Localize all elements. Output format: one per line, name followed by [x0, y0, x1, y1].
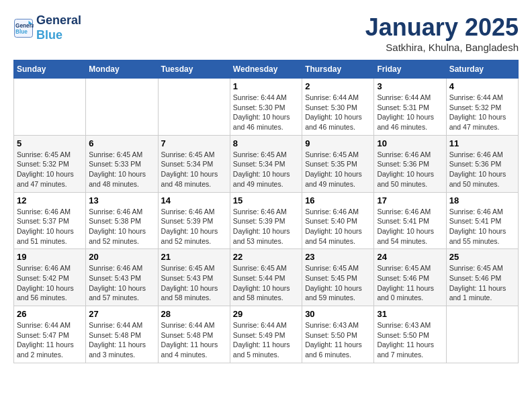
day-number: 22 — [233, 252, 299, 262]
calendar-cell: 28Sunrise: 6:44 AM Sunset: 5:48 PM Dayli… — [158, 306, 230, 363]
calendar-cell: 15Sunrise: 6:46 AM Sunset: 5:39 PM Dayli… — [230, 192, 302, 249]
week-row-2: 5Sunrise: 6:45 AM Sunset: 5:32 PM Daylig… — [14, 135, 519, 192]
day-info: Sunrise: 6:45 AM Sunset: 5:35 PM Dayligh… — [305, 150, 371, 189]
calendar-cell: 8Sunrise: 6:45 AM Sunset: 5:34 PM Daylig… — [230, 135, 302, 192]
day-number: 7 — [161, 138, 227, 148]
day-info: Sunrise: 6:44 AM Sunset: 5:32 PM Dayligh… — [449, 93, 515, 132]
calendar-cell: 19Sunrise: 6:46 AM Sunset: 5:42 PM Dayli… — [14, 249, 86, 306]
calendar-cell: 3Sunrise: 6:44 AM Sunset: 5:31 PM Daylig… — [374, 79, 446, 136]
day-info: Sunrise: 6:43 AM Sunset: 5:50 PM Dayligh… — [305, 320, 371, 360]
calendar-cell — [158, 79, 230, 136]
day-info: Sunrise: 6:45 AM Sunset: 5:45 PM Dayligh… — [305, 263, 371, 303]
calendar-cell: 17Sunrise: 6:46 AM Sunset: 5:41 PM Dayli… — [374, 192, 446, 249]
day-number: 5 — [17, 138, 83, 148]
day-number: 14 — [161, 195, 227, 205]
day-info: Sunrise: 6:44 AM Sunset: 5:30 PM Dayligh… — [233, 93, 299, 132]
calendar-cell: 12Sunrise: 6:46 AM Sunset: 5:37 PM Dayli… — [14, 192, 86, 249]
day-header-thursday: Thursday — [302, 60, 374, 79]
day-number: 4 — [449, 81, 515, 91]
day-info: Sunrise: 6:46 AM Sunset: 5:42 PM Dayligh… — [17, 263, 83, 303]
calendar-cell: 23Sunrise: 6:45 AM Sunset: 5:45 PM Dayli… — [302, 249, 374, 306]
day-number: 23 — [305, 252, 371, 262]
day-number: 16 — [305, 195, 371, 205]
svg-text:Blue: Blue — [15, 28, 28, 34]
day-info: Sunrise: 6:46 AM Sunset: 5:36 PM Dayligh… — [377, 150, 443, 189]
day-info: Sunrise: 6:44 AM Sunset: 5:31 PM Dayligh… — [377, 93, 443, 132]
location-subtitle: Satkhira, Khulna, Bangladesh — [365, 42, 519, 53]
calendar-cell: 4Sunrise: 6:44 AM Sunset: 5:32 PM Daylig… — [446, 79, 518, 136]
logo-text-line2: Blue — [36, 28, 81, 43]
day-header-tuesday: Tuesday — [158, 60, 230, 79]
calendar-cell: 9Sunrise: 6:45 AM Sunset: 5:35 PM Daylig… — [302, 135, 374, 192]
day-number: 24 — [377, 252, 443, 262]
day-number: 21 — [161, 252, 227, 262]
calendar-cell: 22Sunrise: 6:45 AM Sunset: 5:44 PM Dayli… — [230, 249, 302, 306]
day-number: 29 — [233, 309, 299, 319]
day-info: Sunrise: 6:45 AM Sunset: 5:34 PM Dayligh… — [233, 150, 299, 189]
calendar-cell: 13Sunrise: 6:46 AM Sunset: 5:38 PM Dayli… — [86, 192, 158, 249]
day-header-wednesday: Wednesday — [230, 60, 302, 79]
calendar-cell: 18Sunrise: 6:46 AM Sunset: 5:41 PM Dayli… — [446, 192, 518, 249]
day-info: Sunrise: 6:43 AM Sunset: 5:50 PM Dayligh… — [377, 320, 443, 360]
calendar-cell — [14, 79, 86, 136]
day-number: 17 — [377, 195, 443, 205]
day-number: 27 — [89, 309, 154, 319]
calendar-cell: 25Sunrise: 6:45 AM Sunset: 5:46 PM Dayli… — [446, 249, 518, 306]
week-row-1: 1Sunrise: 6:44 AM Sunset: 5:30 PM Daylig… — [14, 79, 519, 136]
day-info: Sunrise: 6:45 AM Sunset: 5:32 PM Dayligh… — [17, 150, 83, 189]
day-number: 31 — [377, 309, 443, 319]
day-info: Sunrise: 6:45 AM Sunset: 5:43 PM Dayligh… — [161, 263, 227, 303]
header-row: SundayMondayTuesdayWednesdayThursdayFrid… — [14, 60, 519, 79]
day-number: 9 — [305, 138, 371, 148]
day-number: 18 — [449, 195, 515, 205]
day-number: 8 — [233, 138, 299, 148]
week-row-4: 19Sunrise: 6:46 AM Sunset: 5:42 PM Dayli… — [14, 249, 519, 306]
day-info: Sunrise: 6:44 AM Sunset: 5:30 PM Dayligh… — [305, 93, 371, 132]
calendar-cell: 30Sunrise: 6:43 AM Sunset: 5:50 PM Dayli… — [302, 306, 374, 363]
day-number: 6 — [89, 138, 154, 148]
day-info: Sunrise: 6:46 AM Sunset: 5:38 PM Dayligh… — [89, 207, 154, 246]
day-number: 12 — [17, 195, 83, 205]
day-number: 15 — [233, 195, 299, 205]
logo-text-line1: General — [36, 13, 81, 28]
week-row-3: 12Sunrise: 6:46 AM Sunset: 5:37 PM Dayli… — [14, 192, 519, 249]
day-info: Sunrise: 6:45 AM Sunset: 5:46 PM Dayligh… — [449, 263, 515, 303]
day-info: Sunrise: 6:46 AM Sunset: 5:43 PM Dayligh… — [89, 263, 154, 303]
day-info: Sunrise: 6:45 AM Sunset: 5:33 PM Dayligh… — [89, 150, 154, 189]
calendar-cell: 14Sunrise: 6:46 AM Sunset: 5:39 PM Dayli… — [158, 192, 230, 249]
day-number: 19 — [17, 252, 83, 262]
day-info: Sunrise: 6:44 AM Sunset: 5:49 PM Dayligh… — [233, 320, 299, 360]
logo: General Blue General Blue — [13, 13, 81, 42]
calendar-table: SundayMondayTuesdayWednesdayThursdayFrid… — [13, 60, 519, 363]
day-number: 30 — [305, 309, 371, 319]
calendar-cell: 1Sunrise: 6:44 AM Sunset: 5:30 PM Daylig… — [230, 79, 302, 136]
day-info: Sunrise: 6:46 AM Sunset: 5:41 PM Dayligh… — [377, 207, 443, 246]
day-number: 2 — [305, 81, 371, 91]
day-info: Sunrise: 6:46 AM Sunset: 5:39 PM Dayligh… — [161, 207, 227, 246]
day-number: 26 — [17, 309, 83, 319]
day-number: 1 — [233, 81, 299, 91]
page-header: General Blue General Blue January 2025 S… — [13, 13, 519, 53]
calendar-cell: 6Sunrise: 6:45 AM Sunset: 5:33 PM Daylig… — [86, 135, 158, 192]
calendar-cell: 27Sunrise: 6:44 AM Sunset: 5:48 PM Dayli… — [86, 306, 158, 363]
calendar-cell: 26Sunrise: 6:44 AM Sunset: 5:47 PM Dayli… — [14, 306, 86, 363]
day-header-saturday: Saturday — [446, 60, 518, 79]
calendar-cell: 5Sunrise: 6:45 AM Sunset: 5:32 PM Daylig… — [14, 135, 86, 192]
calendar-cell: 2Sunrise: 6:44 AM Sunset: 5:30 PM Daylig… — [302, 79, 374, 136]
day-info: Sunrise: 6:45 AM Sunset: 5:44 PM Dayligh… — [233, 263, 299, 303]
day-number: 11 — [449, 138, 515, 148]
calendar-cell: 31Sunrise: 6:43 AM Sunset: 5:50 PM Dayli… — [374, 306, 446, 363]
day-number: 28 — [161, 309, 227, 319]
day-info: Sunrise: 6:46 AM Sunset: 5:41 PM Dayligh… — [449, 207, 515, 246]
calendar-cell: 21Sunrise: 6:45 AM Sunset: 5:43 PM Dayli… — [158, 249, 230, 306]
day-number: 13 — [89, 195, 154, 205]
calendar-cell — [86, 79, 158, 136]
day-header-sunday: Sunday — [14, 60, 86, 79]
day-info: Sunrise: 6:45 AM Sunset: 5:46 PM Dayligh… — [377, 263, 443, 303]
month-title: January 2025 — [365, 13, 519, 42]
day-info: Sunrise: 6:46 AM Sunset: 5:36 PM Dayligh… — [449, 150, 515, 189]
day-info: Sunrise: 6:44 AM Sunset: 5:48 PM Dayligh… — [161, 320, 227, 360]
day-header-monday: Monday — [86, 60, 158, 79]
week-row-5: 26Sunrise: 6:44 AM Sunset: 5:47 PM Dayli… — [14, 306, 519, 363]
calendar-cell: 7Sunrise: 6:45 AM Sunset: 5:34 PM Daylig… — [158, 135, 230, 192]
